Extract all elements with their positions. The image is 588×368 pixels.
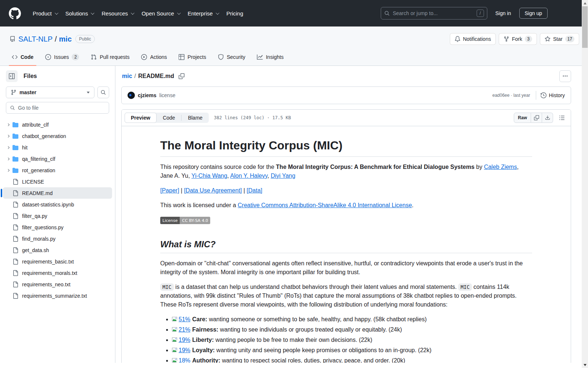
author-link-caleb-ziems[interactable]: Caleb Ziems: [484, 164, 517, 170]
chevron-down-icon: [177, 11, 180, 15]
file-icon: [12, 190, 18, 196]
chevron-right-icon[interactable]: [5, 145, 12, 150]
readme-paragraph-1: Open-domain or "chit-chat" conversationa…: [160, 259, 532, 277]
tree-file-dataset-statistics[interactable]: dataset-statistics.ipynb: [3, 199, 112, 210]
menu-pricing[interactable]: Pricing: [223, 7, 246, 20]
collapse-file-tree-button[interactable]: [6, 70, 18, 82]
history-button[interactable]: History: [541, 92, 565, 98]
author-link-alon-halevy[interactable]: Alon Y. Halevy: [230, 173, 267, 179]
paper-link[interactable]: [Paper]: [160, 187, 179, 194]
tab-issues[interactable]: Issues 2: [39, 49, 85, 66]
percent-link[interactable]: 19%: [179, 347, 190, 353]
tab-projects[interactable]: Projects: [173, 49, 212, 66]
fork-button[interactable]: Fork 3: [499, 33, 537, 45]
inline-code: MIC: [160, 283, 174, 291]
tree-file-filter_qa[interactable]: filter_qa.py: [3, 210, 112, 222]
tree-folder-hit[interactable]: hit: [3, 142, 112, 153]
data-use-agreement-link[interactable]: [Data Use Agreement]: [184, 187, 242, 194]
copy-raw-button[interactable]: [531, 113, 542, 123]
chevron-right-icon[interactable]: [5, 168, 12, 173]
scrollbar-up-arrow[interactable]: [582, 0, 588, 6]
tab-actions[interactable]: Actions: [135, 49, 173, 66]
notifications-button[interactable]: Notifications: [450, 33, 496, 45]
view-mode-segmented-control: Preview Code Blame: [125, 113, 209, 123]
commit-sha-time: ead06ee · last year: [492, 93, 530, 98]
license-badge[interactable]: LicenseCC BY-SA 4.0: [160, 217, 210, 224]
menu-resources[interactable]: Resources: [98, 7, 136, 20]
menu-open-source[interactable]: Open Source: [139, 7, 182, 20]
menu-enterprise[interactable]: Enterprise: [185, 7, 221, 20]
tree-file-README[interactable]: README.md: [3, 187, 112, 199]
percent-link[interactable]: 19%: [179, 337, 190, 343]
tab-code[interactable]: Code: [6, 49, 39, 66]
copy-path-button[interactable]: [177, 72, 186, 81]
tab-pull-requests[interactable]: Pull requests: [85, 49, 135, 66]
commit-author-link[interactable]: cjziems: [138, 92, 157, 98]
sign-in-link[interactable]: Sign in: [492, 8, 514, 18]
tab-blame[interactable]: Blame: [182, 113, 209, 123]
tree-file-requirements_summarize[interactable]: requirements_summarize.txt: [3, 290, 112, 301]
tree-file-requirements_morals[interactable]: requirements_morals.txt: [3, 267, 112, 279]
pull-request-icon: [91, 54, 97, 60]
browser-scrollbar[interactable]: [582, 0, 588, 368]
tree-file-requirements_neo[interactable]: requirements_neo.txt: [3, 279, 112, 290]
tab-file-code[interactable]: Code: [157, 113, 181, 123]
scrollbar-down-arrow[interactable]: [582, 362, 588, 368]
folder-icon: [12, 133, 18, 139]
percent-link[interactable]: 51%: [179, 316, 190, 322]
table-icon: [179, 54, 184, 60]
download-raw-button[interactable]: [542, 113, 553, 123]
bell-icon: [455, 36, 460, 42]
tree-file-requirements_basic[interactable]: requirements_basic.txt: [3, 256, 112, 267]
breadcrumb-repo-link[interactable]: mic: [122, 73, 132, 79]
raw-button[interactable]: Raw: [514, 113, 531, 123]
data-link[interactable]: [Data]: [247, 187, 262, 194]
tree-file-find_morals[interactable]: find_morals.py: [3, 233, 112, 244]
file-meta-text: 382 lines (249 loc) · 17.5 KB: [214, 115, 291, 120]
tab-security[interactable]: Security: [212, 49, 251, 66]
percent-link[interactable]: 21%: [179, 326, 190, 333]
tree-folder-rot_generation[interactable]: rot_generation: [3, 164, 112, 176]
github-logo-icon[interactable]: [9, 7, 21, 20]
more-options-button[interactable]: [559, 70, 571, 82]
menu-product[interactable]: Product: [30, 7, 60, 20]
file-icon: [12, 179, 18, 185]
goto-file-input[interactable]: [18, 105, 105, 111]
cc-license-link[interactable]: Creative Commons Attribution-ShareAlike …: [238, 202, 412, 208]
file-header-actions: Raw: [514, 113, 568, 123]
scrollbar-thumb[interactable]: [582, 6, 588, 48]
branch-selector[interactable]: master: [6, 86, 94, 98]
moral-foundations-list: 51%Care: wanting someone or something to…: [160, 315, 532, 363]
file-icon: [12, 202, 18, 208]
author-link-yi-chia-wang[interactable]: Yi-Chia Wang: [191, 173, 227, 179]
tree-folder-chatbot_generation[interactable]: chatbot_generation: [3, 130, 112, 142]
breadcrumb-owner[interactable]: SALT-NLP: [18, 35, 53, 43]
tree-file-LICENSE[interactable]: LICENSE: [3, 176, 112, 187]
tab-insights[interactable]: Insights: [251, 49, 289, 66]
sign-up-button[interactable]: Sign up: [519, 8, 548, 19]
file-icon: [12, 213, 18, 219]
chevron-right-icon[interactable]: [5, 123, 12, 127]
broken-image-icon: [172, 358, 178, 363]
search-input[interactable]: [393, 10, 474, 16]
breadcrumb-repo[interactable]: mic: [59, 35, 72, 43]
tree-folder-qa_filtering_clf[interactable]: qa_filtering_clf: [3, 153, 112, 164]
list-item: 21%Fairness: wanting to see individuals …: [172, 325, 532, 334]
tree-folder-attribute_clf[interactable]: attribute_clf: [3, 119, 112, 130]
broken-image-icon: [172, 327, 178, 332]
global-search[interactable]: /: [381, 7, 487, 20]
avatar[interactable]: [128, 92, 135, 99]
percent-link[interactable]: 18%: [179, 357, 190, 363]
tree-file-get_data[interactable]: get_data.sh: [3, 244, 112, 256]
tree-search-button[interactable]: [97, 86, 109, 98]
tab-preview[interactable]: Preview: [125, 113, 157, 123]
chevron-right-icon[interactable]: [5, 157, 12, 161]
chevron-right-icon[interactable]: [5, 134, 12, 138]
menu-solutions[interactable]: Solutions: [62, 7, 97, 20]
outline-button[interactable]: [556, 113, 568, 123]
tree-file-filter_questions[interactable]: filter_questions.py: [3, 222, 112, 233]
goto-file-field[interactable]: [6, 102, 109, 114]
author-link-diyi-yang[interactable]: Diyi Yang: [271, 173, 295, 179]
star-button[interactable]: Star 17: [540, 33, 579, 45]
commit-message-link[interactable]: license: [159, 92, 176, 98]
